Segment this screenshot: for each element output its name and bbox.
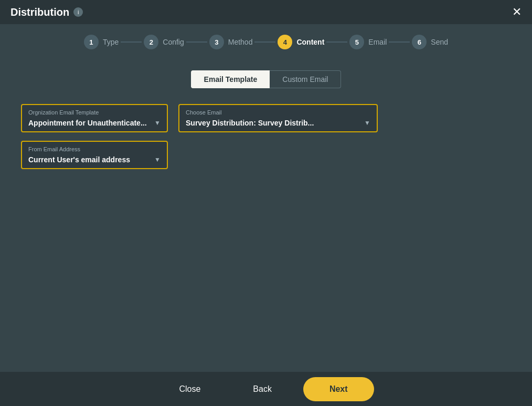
form-area: Orgnization Email Template Appointment f… [21, 104, 378, 169]
choose-email-field: Choose Email Survey Distribution: Survey… [178, 104, 378, 132]
close-button[interactable]: Close [158, 378, 221, 400]
tab-email-template[interactable]: Email Template [191, 70, 270, 88]
step-circle-4: 4 [278, 35, 292, 49]
modal-title: Distribution i [10, 6, 83, 18]
step-label-email: Email [368, 38, 387, 46]
step-circle-5: 5 [349, 35, 364, 49]
modal-footer: Close Back Next [0, 372, 532, 406]
form-row-2: From Email Address Current User's email … [21, 141, 378, 169]
step-method[interactable]: 3 Method [209, 35, 253, 49]
step-circle-6: 6 [412, 35, 427, 49]
step-circle-2: 2 [144, 35, 158, 49]
step-config[interactable]: 2 Config [144, 35, 184, 49]
modal: Distribution i ✕ 1 Type 2 Config 3 Metho… [0, 0, 532, 406]
form-row-1: Orgnization Email Template Appointment f… [21, 104, 378, 132]
step-send[interactable]: 6 Send [412, 35, 448, 49]
tab-custom-email[interactable]: Custom Email [270, 70, 341, 88]
step-type[interactable]: 1 Type [84, 35, 119, 49]
from-email-select[interactable]: Current User's email address [28, 155, 161, 164]
org-email-template-select[interactable]: Appointment for Unauthenticate... [28, 119, 161, 127]
modal-body: Email Template Custom Email Orgnization … [0, 65, 532, 372]
step-connector-1 [121, 41, 142, 43]
from-email-field: From Email Address Current User's email … [21, 141, 168, 169]
from-email-select-wrapper: Current User's email address ▼ [28, 155, 161, 164]
info-badge: i [73, 7, 83, 17]
step-label-content: Content [296, 38, 324, 46]
step-label-method: Method [228, 38, 253, 46]
modal-header: Distribution i ✕ [0, 0, 532, 24]
next-button[interactable]: Next [303, 377, 374, 401]
org-email-template-field: Orgnization Email Template Appointment f… [21, 104, 168, 132]
step-connector-2 [186, 41, 207, 43]
choose-email-label: Choose Email [186, 109, 370, 116]
step-connector-3 [254, 41, 275, 43]
step-connector-5 [389, 41, 410, 43]
close-icon-button[interactable]: ✕ [512, 6, 522, 18]
org-email-template-select-wrapper: Appointment for Unauthenticate... ▼ [28, 119, 161, 127]
step-label-config: Config [163, 38, 184, 46]
stepper: 1 Type 2 Config 3 Method 4 Content 5 Ema… [0, 24, 532, 65]
back-button[interactable]: Back [232, 378, 293, 400]
step-circle-1: 1 [84, 35, 99, 49]
step-email[interactable]: 5 Email [349, 35, 387, 49]
step-content[interactable]: 4 Content [278, 35, 324, 49]
choose-email-select-wrapper: Survey Distribution: Survey Distrib... ▼ [186, 119, 370, 127]
step-connector-4 [326, 41, 347, 43]
step-label-send: Send [431, 38, 448, 46]
tab-toggle: Email Template Custom Email [191, 70, 342, 88]
from-email-label: From Email Address [28, 146, 161, 152]
step-circle-3: 3 [209, 35, 224, 49]
title-text: Distribution [10, 6, 69, 18]
choose-email-select[interactable]: Survey Distribution: Survey Distrib... [186, 119, 370, 127]
org-email-template-label: Orgnization Email Template [28, 109, 161, 116]
step-label-type: Type [103, 38, 119, 46]
